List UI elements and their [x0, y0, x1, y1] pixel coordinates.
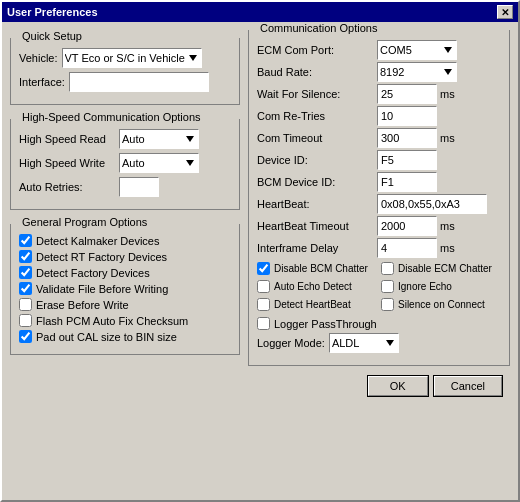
comm-field-4-unit: ms — [440, 132, 455, 144]
list-item: Pad out CAL size to BIN size — [19, 330, 231, 343]
comm-field-1-label: Baud Rate: — [257, 66, 377, 78]
list-item: Validate File Before Writing — [19, 282, 231, 295]
comm-checkbox-0[interactable] — [257, 262, 270, 275]
list-item: HeartBeat: — [257, 194, 501, 214]
vehicle-label: Vehicle: — [19, 52, 58, 64]
logger-mode-label: Logger Mode: — [257, 337, 325, 349]
general-option-0-label: Detect Kalmaker Devices — [36, 235, 160, 247]
comm-checkbox-3[interactable] — [381, 280, 394, 293]
general-option-6-label: Pad out CAL size to BIN size — [36, 331, 177, 343]
close-button[interactable]: ✕ — [497, 5, 513, 19]
logger-passthrough-checkbox[interactable] — [257, 317, 270, 330]
communication-options-group: Communication Options ECM Com Port:COM5B… — [248, 30, 510, 366]
list-item: Ignore Echo — [381, 280, 501, 293]
communication-options-legend: Communication Options — [257, 22, 380, 34]
general-option-4-checkbox[interactable] — [19, 298, 32, 311]
quick-setup-legend: Quick Setup — [19, 30, 85, 42]
comm-checkbox-5[interactable] — [381, 298, 394, 311]
comm-checkboxes-grid: Disable BCM ChatterDisable ECM ChatterAu… — [257, 262, 501, 314]
list-item: Wait For Silence:ms — [257, 84, 501, 104]
comm-checkbox-4-label: Detect HeartBeat — [274, 299, 351, 310]
interface-input[interactable]: USB ALDL — [69, 72, 209, 92]
high-speed-write-select[interactable]: Auto — [119, 153, 199, 173]
vehicle-select[interactable]: VT Eco or S/C in Vehicle — [62, 48, 202, 68]
auto-retries-label: Auto Retries: — [19, 181, 119, 193]
list-item: Com Timeoutms — [257, 128, 501, 148]
comm-field-4-label: Com Timeout — [257, 132, 377, 144]
list-item: ECM Com Port:COM5 — [257, 40, 501, 60]
high-speed-write-label: High Speed Write — [19, 157, 119, 169]
title-bar: User Preferences ✕ — [2, 2, 518, 22]
high-speed-legend: High-Speed Communication Options — [19, 111, 204, 123]
general-options-group: General Program Options Detect Kalmaker … — [10, 224, 240, 355]
list-item: Com Re-Tries — [257, 106, 501, 126]
comm-field-9-input[interactable] — [377, 238, 437, 258]
list-item: HeartBeat Timeoutms — [257, 216, 501, 236]
general-option-3-label: Validate File Before Writing — [36, 283, 168, 295]
comm-checkbox-4[interactable] — [257, 298, 270, 311]
general-option-5-label: Flash PCM Auto Fix Checksum — [36, 315, 188, 327]
quick-setup-group: Quick Setup Vehicle: VT Eco or S/C in Ve… — [10, 38, 240, 105]
general-option-2-label: Detect Factory Devices — [36, 267, 150, 279]
high-speed-read-label: High Speed Read — [19, 133, 119, 145]
comm-checkbox-2-label: Auto Echo Detect — [274, 281, 352, 292]
list-item: Detect RT Factory Devices — [19, 250, 231, 263]
comm-checkbox-1-label: Disable ECM Chatter — [398, 263, 492, 274]
comm-field-8-label: HeartBeat Timeout — [257, 220, 377, 232]
general-option-0-checkbox[interactable] — [19, 234, 32, 247]
general-option-6-checkbox[interactable] — [19, 330, 32, 343]
list-item: Silence on Connect — [381, 298, 501, 311]
list-item: Detect Factory Devices — [19, 266, 231, 279]
comm-field-9-label: Interframe Delay — [257, 242, 377, 254]
cancel-button[interactable]: Cancel — [434, 376, 502, 396]
comm-field-8-input[interactable] — [377, 216, 437, 236]
button-row: OK Cancel — [10, 372, 510, 400]
general-options-legend: General Program Options — [19, 216, 150, 228]
comm-field-6-input[interactable] — [377, 172, 437, 192]
comm-field-2-input[interactable] — [377, 84, 437, 104]
list-item: Erase Before Write — [19, 298, 231, 311]
list-item: Disable ECM Chatter — [381, 262, 501, 275]
ok-button[interactable]: OK — [368, 376, 428, 396]
general-option-4-label: Erase Before Write — [36, 299, 129, 311]
comm-field-6-label: BCM Device ID: — [257, 176, 377, 188]
list-item: Detect HeartBeat — [257, 298, 377, 311]
list-item: Disable BCM Chatter — [257, 262, 377, 275]
window-title: User Preferences — [7, 6, 98, 18]
comm-checkbox-5-label: Silence on Connect — [398, 299, 485, 310]
comm-field-3-input[interactable] — [377, 106, 437, 126]
list-item: Device ID: — [257, 150, 501, 170]
list-item: Flash PCM Auto Fix Checksum — [19, 314, 231, 327]
list-item: Detect Kalmaker Devices — [19, 234, 231, 247]
comm-field-0-label: ECM Com Port: — [257, 44, 377, 56]
comm-field-4-input[interactable] — [377, 128, 437, 148]
comm-field-3-label: Com Re-Tries — [257, 110, 377, 122]
comm-field-7-label: HeartBeat: — [257, 198, 377, 210]
comm-checkbox-2[interactable] — [257, 280, 270, 293]
comm-field-0-select[interactable]: COM5 — [377, 40, 457, 60]
list-item: Interframe Delayms — [257, 238, 501, 258]
list-item: BCM Device ID: — [257, 172, 501, 192]
general-option-3-checkbox[interactable] — [19, 282, 32, 295]
interface-label: Interface: — [19, 76, 65, 88]
high-speed-read-select[interactable]: Auto — [119, 129, 199, 149]
comm-field-5-label: Device ID: — [257, 154, 377, 166]
general-option-5-checkbox[interactable] — [19, 314, 32, 327]
comm-field-9-unit: ms — [440, 242, 455, 254]
list-item: Auto Echo Detect — [257, 280, 377, 293]
comm-field-1-select[interactable]: 8192 — [377, 62, 457, 82]
general-option-2-checkbox[interactable] — [19, 266, 32, 279]
logger-mode-select[interactable]: ALDL — [329, 333, 399, 353]
high-speed-group: High-Speed Communication Options High Sp… — [10, 119, 240, 210]
comm-checkbox-3-label: Ignore Echo — [398, 281, 452, 292]
auto-retries-input[interactable]: 5 — [119, 177, 159, 197]
logger-passthrough-label: Logger PassThrough — [274, 318, 377, 330]
comm-field-2-label: Wait For Silence: — [257, 88, 377, 100]
comm-field-2-unit: ms — [440, 88, 455, 100]
comm-field-8-unit: ms — [440, 220, 455, 232]
comm-field-7-input[interactable] — [377, 194, 487, 214]
general-option-1-label: Detect RT Factory Devices — [36, 251, 167, 263]
comm-field-5-input[interactable] — [377, 150, 437, 170]
general-option-1-checkbox[interactable] — [19, 250, 32, 263]
comm-checkbox-1[interactable] — [381, 262, 394, 275]
